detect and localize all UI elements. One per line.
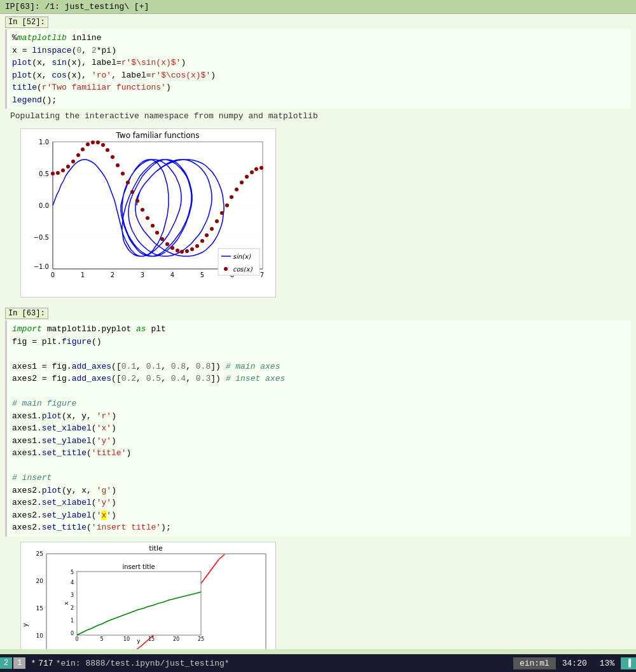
status-cell-num1: 2 <box>0 657 12 669</box>
plot-1-container: Two familiar functions 1.0 0.5 0.0 <box>20 128 276 298</box>
y-label-05: 0.5 <box>39 170 49 177</box>
cos-dot <box>111 155 114 159</box>
inset-box <box>77 572 201 635</box>
plot-1-svg: Two familiar functions 1.0 0.5 0.0 <box>21 129 275 294</box>
status-bar: 2 1 * 717 *ein: 8888/test.ipynb/just_tes… <box>0 654 636 672</box>
cos-dot <box>61 168 65 172</box>
svg-text:y: y <box>22 622 29 626</box>
cos-dot <box>235 188 238 191</box>
svg-text:4: 4 <box>71 580 74 586</box>
y-label-n05: −0.5 <box>34 234 49 241</box>
cos-dot <box>56 171 60 175</box>
status-position: 34:20 <box>556 657 593 669</box>
plot1-title: Two familiar functions <box>116 131 200 140</box>
cos-dot <box>200 239 204 243</box>
status-mode: ein:ml <box>513 657 556 669</box>
svg-text:0: 0 <box>75 636 78 642</box>
svg-text:5: 5 <box>71 570 74 575</box>
legend-sin-label: sin(x) <box>233 253 251 260</box>
cos-dot <box>205 233 209 237</box>
cos-dot <box>170 246 174 250</box>
cos-dot <box>91 141 95 144</box>
svg-text:5: 5 <box>100 636 103 642</box>
cos-dot <box>155 231 159 235</box>
status-filepath: *ein: 8888/test.ipynb/just_testing* <box>56 659 508 668</box>
x-label-1: 1 <box>81 271 85 278</box>
svg-text:10: 10 <box>36 633 44 639</box>
cos-dot <box>240 181 244 184</box>
plot-2-container: title 0 5 10 15 20 25 y 0 1 2 3 <box>20 542 276 650</box>
cos-dot <box>126 181 130 184</box>
cos-dot <box>116 163 120 167</box>
title-text: IP[63]: /1: just_testing\ [+] <box>5 2 149 11</box>
cos-dot <box>254 167 258 171</box>
svg-text:2: 2 <box>71 605 74 611</box>
x-label-0: 0 <box>51 271 55 278</box>
cos-dot <box>130 190 134 194</box>
plot-2-svg: title 0 5 10 15 20 25 y 0 1 2 3 <box>21 542 275 650</box>
x-label-5: 5 <box>200 271 204 278</box>
cos-dot <box>220 211 224 215</box>
x-label-2: 2 <box>111 271 114 278</box>
cos-dot <box>230 195 233 199</box>
cos-dot <box>190 247 194 251</box>
svg-text:15: 15 <box>36 605 43 612</box>
plot2-inset-title: insert title <box>122 563 155 570</box>
svg-text:20: 20 <box>36 578 44 584</box>
cos-dot <box>106 148 109 152</box>
x-label-3: 3 <box>141 271 144 278</box>
svg-text:25: 25 <box>198 636 204 642</box>
svg-text:3: 3 <box>71 593 74 598</box>
legend-cos-dot <box>224 267 228 271</box>
cell-2-code[interactable]: import matplotlib.pyplot as plt fig = pl… <box>5 320 631 537</box>
cos-dot <box>165 242 169 246</box>
cos-dot <box>210 227 214 231</box>
y-label-n1: −1.0 <box>34 263 49 270</box>
cos-dot <box>176 249 179 252</box>
cell-1-output: Populating the interactive namespace fro… <box>5 109 631 123</box>
cell-2-label[interactable]: In [63]: <box>5 308 48 319</box>
svg-text:0: 0 <box>71 631 74 636</box>
cos-dot <box>215 219 219 223</box>
title-bar: IP[63]: /1: just_testing\ [+] <box>0 0 636 14</box>
svg-text:20: 20 <box>173 636 179 642</box>
cos-dot <box>185 249 189 253</box>
cos-dot <box>245 175 249 179</box>
cos-dot <box>146 216 149 220</box>
svg-text:10: 10 <box>123 636 130 642</box>
status-percent: 13% <box>593 657 621 669</box>
cos-dot <box>51 172 55 175</box>
legend-cos-label: cos(x) <box>233 266 253 273</box>
x-label-7: 7 <box>260 271 264 278</box>
svg-text:15: 15 <box>148 636 155 642</box>
cos-dot <box>71 160 75 163</box>
svg-text:y: y <box>137 638 141 644</box>
cos-dot <box>259 166 263 170</box>
cos-dot <box>135 199 139 203</box>
cell-1-code[interactable]: %matplotlib inline x = linspace(0, 2*pi)… <box>5 29 631 109</box>
cos-dot <box>225 203 229 207</box>
y-label-0: 0.0 <box>39 202 49 209</box>
y-label-1: 1.0 <box>39 139 49 146</box>
cos-dot <box>180 250 184 254</box>
cos-dot <box>195 244 199 248</box>
cos-dot <box>76 153 80 157</box>
plot2-main-title: title <box>149 544 163 552</box>
cell-2: In [63]: import matplotlib.pyplot as plt… <box>0 305 636 649</box>
status-end: ▐ <box>621 657 636 669</box>
cos-dot <box>121 172 125 175</box>
cos-dot <box>66 165 70 168</box>
cell-1: In [52]: %matplotlib inline x = linspace… <box>0 14 636 305</box>
svg-text:1: 1 <box>71 618 74 624</box>
cos-dot <box>86 142 90 146</box>
cos-dot <box>141 208 144 212</box>
svg-text:25: 25 <box>36 551 43 557</box>
svg-text:x: x <box>63 601 69 605</box>
status-cell-num2: 1 <box>13 657 25 669</box>
cell-1-label[interactable]: In [52]: <box>5 17 48 28</box>
cos-dot <box>160 237 164 241</box>
x-label-4: 4 <box>170 271 174 278</box>
notebook[interactable]: In [52]: %matplotlib inline x = linspace… <box>0 14 636 649</box>
cos-dot <box>151 224 155 228</box>
status-modified: * <box>31 659 36 668</box>
